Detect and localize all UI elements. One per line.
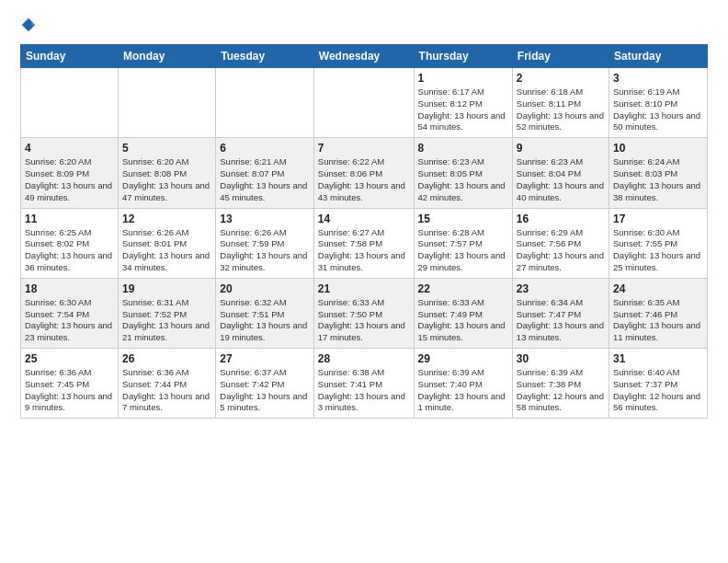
calendar-cell: 16Sunrise: 6:29 AM Sunset: 7:56 PM Dayli… xyxy=(512,208,609,278)
cell-info: Sunrise: 6:20 AM Sunset: 8:08 PM Dayligh… xyxy=(122,156,211,203)
calendar-cell: 3Sunrise: 6:19 AM Sunset: 8:10 PM Daylig… xyxy=(609,68,708,138)
cell-day-number: 4 xyxy=(25,142,114,155)
cell-info: Sunrise: 6:19 AM Sunset: 8:10 PM Dayligh… xyxy=(613,86,703,133)
cell-info: Sunrise: 6:23 AM Sunset: 8:04 PM Dayligh… xyxy=(517,156,605,203)
calendar-cell: 19Sunrise: 6:31 AM Sunset: 7:52 PM Dayli… xyxy=(119,278,216,348)
cell-info: Sunrise: 6:25 AM Sunset: 8:02 PM Dayligh… xyxy=(25,227,114,274)
calendar-cell: 9Sunrise: 6:23 AM Sunset: 8:04 PM Daylig… xyxy=(512,138,609,208)
cell-day-number: 18 xyxy=(25,282,114,295)
calendar-week-0: 1Sunrise: 6:17 AM Sunset: 8:12 PM Daylig… xyxy=(21,68,708,138)
cell-info: Sunrise: 6:17 AM Sunset: 8:12 PM Dayligh… xyxy=(418,86,508,133)
cell-info: Sunrise: 6:28 AM Sunset: 7:57 PM Dayligh… xyxy=(418,227,508,274)
cell-info: Sunrise: 6:30 AM Sunset: 7:54 PM Dayligh… xyxy=(25,297,114,344)
cell-day-number: 31 xyxy=(613,352,703,365)
cell-day-number: 11 xyxy=(25,213,114,225)
cell-day-number: 23 xyxy=(517,282,605,295)
cell-day-number: 17 xyxy=(613,213,703,225)
calendar-cell: 8Sunrise: 6:23 AM Sunset: 8:05 PM Daylig… xyxy=(414,138,512,208)
cell-info: Sunrise: 6:26 AM Sunset: 8:01 PM Dayligh… xyxy=(122,227,211,274)
calendar: SundayMondayTuesdayWednesdayThursdayFrid… xyxy=(20,44,708,419)
logo xyxy=(20,17,36,37)
calendar-cell xyxy=(313,68,414,138)
cell-day-number: 1 xyxy=(418,72,508,85)
calendar-cell: 14Sunrise: 6:27 AM Sunset: 7:58 PM Dayli… xyxy=(313,208,414,278)
cell-day-number: 22 xyxy=(418,282,508,295)
cell-info: Sunrise: 6:30 AM Sunset: 7:55 PM Dayligh… xyxy=(613,227,703,274)
cell-day-number: 2 xyxy=(517,72,605,85)
cell-day-number: 13 xyxy=(220,213,310,225)
calendar-cell: 23Sunrise: 6:34 AM Sunset: 7:47 PM Dayli… xyxy=(512,278,609,348)
calendar-cell xyxy=(21,68,119,138)
cell-info: Sunrise: 6:20 AM Sunset: 8:09 PM Dayligh… xyxy=(25,156,114,203)
cell-day-number: 5 xyxy=(122,142,211,155)
cell-info: Sunrise: 6:23 AM Sunset: 8:05 PM Dayligh… xyxy=(418,156,508,203)
calendar-cell: 31Sunrise: 6:40 AM Sunset: 7:37 PM Dayli… xyxy=(609,349,708,419)
cell-day-number: 25 xyxy=(25,352,114,365)
cell-info: Sunrise: 6:39 AM Sunset: 7:38 PM Dayligh… xyxy=(517,367,605,414)
calendar-cell: 7Sunrise: 6:22 AM Sunset: 8:06 PM Daylig… xyxy=(313,138,414,208)
cell-day-number: 28 xyxy=(318,352,410,365)
calendar-cell: 12Sunrise: 6:26 AM Sunset: 8:01 PM Dayli… xyxy=(119,208,216,278)
calendar-header-row: SundayMondayTuesdayWednesdayThursdayFrid… xyxy=(21,45,708,68)
calendar-cell: 15Sunrise: 6:28 AM Sunset: 7:57 PM Dayli… xyxy=(414,208,512,278)
cell-info: Sunrise: 6:36 AM Sunset: 7:45 PM Dayligh… xyxy=(25,367,114,414)
cell-day-number: 9 xyxy=(517,142,605,155)
cell-info: Sunrise: 6:38 AM Sunset: 7:41 PM Dayligh… xyxy=(318,367,410,414)
cell-info: Sunrise: 6:37 AM Sunset: 7:42 PM Dayligh… xyxy=(220,367,310,414)
calendar-cell: 11Sunrise: 6:25 AM Sunset: 8:02 PM Dayli… xyxy=(21,208,119,278)
calendar-cell: 18Sunrise: 6:30 AM Sunset: 7:54 PM Dayli… xyxy=(21,278,119,348)
calendar-week-2: 11Sunrise: 6:25 AM Sunset: 8:02 PM Dayli… xyxy=(21,208,708,278)
cell-day-number: 12 xyxy=(122,213,211,225)
calendar-cell: 28Sunrise: 6:38 AM Sunset: 7:41 PM Dayli… xyxy=(313,349,414,419)
cell-info: Sunrise: 6:27 AM Sunset: 7:58 PM Dayligh… xyxy=(318,227,410,274)
calendar-cell: 17Sunrise: 6:30 AM Sunset: 7:55 PM Dayli… xyxy=(609,208,708,278)
col-header-wednesday: Wednesday xyxy=(313,45,414,68)
cell-info: Sunrise: 6:40 AM Sunset: 7:37 PM Dayligh… xyxy=(613,367,703,414)
cell-day-number: 26 xyxy=(122,352,211,365)
calendar-cell: 13Sunrise: 6:26 AM Sunset: 7:59 PM Dayli… xyxy=(216,208,314,278)
cell-day-number: 24 xyxy=(613,282,703,295)
cell-day-number: 3 xyxy=(613,72,703,85)
calendar-cell: 1Sunrise: 6:17 AM Sunset: 8:12 PM Daylig… xyxy=(414,68,512,138)
calendar-cell: 29Sunrise: 6:39 AM Sunset: 7:40 PM Dayli… xyxy=(414,349,512,419)
col-header-tuesday: Tuesday xyxy=(216,45,314,68)
cell-info: Sunrise: 6:33 AM Sunset: 7:49 PM Dayligh… xyxy=(418,297,508,344)
header xyxy=(20,17,708,37)
calendar-cell xyxy=(119,68,216,138)
cell-info: Sunrise: 6:22 AM Sunset: 8:06 PM Dayligh… xyxy=(318,156,410,203)
calendar-cell: 26Sunrise: 6:36 AM Sunset: 7:44 PM Dayli… xyxy=(119,349,216,419)
cell-info: Sunrise: 6:21 AM Sunset: 8:07 PM Dayligh… xyxy=(220,156,310,203)
cell-day-number: 30 xyxy=(517,352,605,365)
logo-text xyxy=(20,17,36,37)
calendar-week-1: 4Sunrise: 6:20 AM Sunset: 8:09 PM Daylig… xyxy=(21,138,708,208)
col-header-friday: Friday xyxy=(512,45,609,68)
col-header-saturday: Saturday xyxy=(609,45,708,68)
calendar-cell: 25Sunrise: 6:36 AM Sunset: 7:45 PM Dayli… xyxy=(21,349,119,419)
col-header-thursday: Thursday xyxy=(414,45,512,68)
cell-info: Sunrise: 6:36 AM Sunset: 7:44 PM Dayligh… xyxy=(122,367,211,414)
cell-day-number: 7 xyxy=(318,142,410,155)
cell-day-number: 19 xyxy=(122,282,211,295)
cell-day-number: 6 xyxy=(220,142,310,155)
calendar-cell: 6Sunrise: 6:21 AM Sunset: 8:07 PM Daylig… xyxy=(216,138,314,208)
cell-day-number: 27 xyxy=(220,352,310,365)
calendar-cell: 21Sunrise: 6:33 AM Sunset: 7:50 PM Dayli… xyxy=(313,278,414,348)
calendar-week-3: 18Sunrise: 6:30 AM Sunset: 7:54 PM Dayli… xyxy=(21,278,708,348)
cell-day-number: 29 xyxy=(418,352,508,365)
cell-day-number: 20 xyxy=(220,282,310,295)
cell-info: Sunrise: 6:18 AM Sunset: 8:11 PM Dayligh… xyxy=(517,86,605,133)
calendar-cell: 2Sunrise: 6:18 AM Sunset: 8:11 PM Daylig… xyxy=(512,68,609,138)
page: SundayMondayTuesdayWednesdayThursdayFrid… xyxy=(0,0,728,428)
cell-day-number: 16 xyxy=(517,213,605,225)
calendar-week-4: 25Sunrise: 6:36 AM Sunset: 7:45 PM Dayli… xyxy=(21,349,708,419)
cell-day-number: 10 xyxy=(613,142,703,155)
cell-info: Sunrise: 6:26 AM Sunset: 7:59 PM Dayligh… xyxy=(220,227,310,274)
calendar-cell: 27Sunrise: 6:37 AM Sunset: 7:42 PM Dayli… xyxy=(216,349,314,419)
calendar-cell: 22Sunrise: 6:33 AM Sunset: 7:49 PM Dayli… xyxy=(414,278,512,348)
calendar-cell: 4Sunrise: 6:20 AM Sunset: 8:09 PM Daylig… xyxy=(21,138,119,208)
calendar-cell: 20Sunrise: 6:32 AM Sunset: 7:51 PM Dayli… xyxy=(216,278,314,348)
cell-info: Sunrise: 6:33 AM Sunset: 7:50 PM Dayligh… xyxy=(318,297,410,344)
cell-info: Sunrise: 6:35 AM Sunset: 7:46 PM Dayligh… xyxy=(613,297,703,344)
cell-info: Sunrise: 6:29 AM Sunset: 7:56 PM Dayligh… xyxy=(517,227,605,274)
calendar-cell xyxy=(216,68,314,138)
